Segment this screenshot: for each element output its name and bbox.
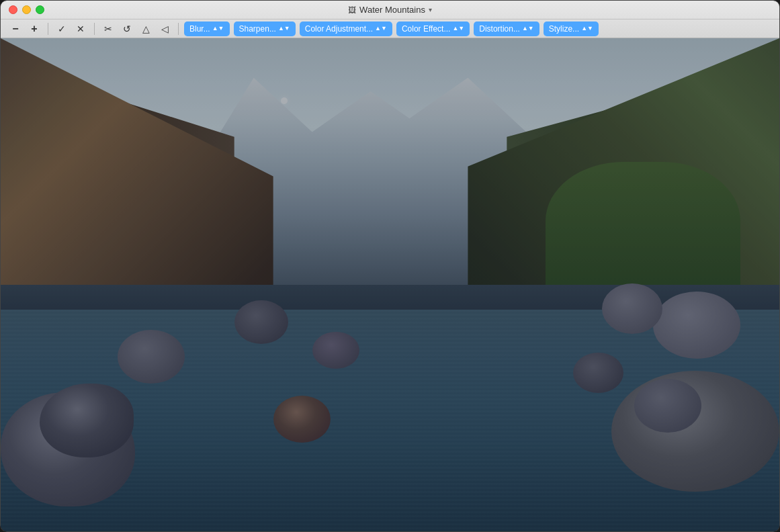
title-text: Water Mountains [359, 5, 425, 15]
blur-label: Blur... [189, 24, 210, 34]
toolbar: − + ✓ ✕ ✂ ↺ △ ◁ Blur... ▲▼ [1, 19, 779, 38]
color-adjustment-dropdown[interactable]: Color Adjustment... ▲▼ [300, 21, 392, 36]
minimize-button[interactable] [22, 5, 31, 14]
sharpen-label: Sharpen... [239, 24, 276, 34]
stylize-chevron-icon: ▲▼ [581, 26, 593, 32]
maximize-button[interactable] [36, 5, 44, 14]
edit-controls: ✓ ✕ [54, 21, 89, 36]
rock-mid-left-2 [312, 332, 359, 369]
blur-dropdown[interactable]: Blur... ▲▼ [184, 21, 230, 36]
window-title: 🖼 Water Mountains ▾ [348, 5, 432, 15]
zoom-in-button[interactable]: + [26, 21, 42, 36]
titlebar-top: 🖼 Water Mountains ▾ [1, 1, 779, 19]
separator-1 [48, 23, 48, 35]
titlebar: 🖼 Water Mountains ▾ − + ✓ ✕ ✂ ↺ [1, 1, 779, 38]
confirm-button[interactable]: ✓ [54, 21, 70, 36]
sharpen-dropdown[interactable]: Sharpen... ▲▼ [234, 21, 296, 36]
rotate-button[interactable]: ↺ [119, 21, 135, 36]
separator-3 [178, 23, 179, 35]
color-adjustment-label: Color Adjustment... [305, 24, 373, 34]
rock-front-right-2 [634, 379, 701, 433]
main-window: 🖼 Water Mountains ▾ − + ✓ ✕ ✂ ↺ [0, 0, 780, 532]
zoom-controls: − + [7, 21, 42, 36]
color-effect-chevron-icon: ▲▼ [452, 26, 464, 32]
blur-chevron-icon: ▲▼ [212, 26, 224, 32]
distortion-chevron-icon: ▲▼ [522, 26, 534, 32]
rock-front-right-1 [611, 371, 779, 492]
sharpen-chevron-icon: ▲▼ [278, 26, 290, 32]
color-effect-dropdown[interactable]: Color Effect... ▲▼ [396, 21, 470, 36]
separator-2 [94, 23, 95, 35]
distortion-label: Distortion... [479, 24, 520, 34]
cancel-button[interactable]: ✕ [73, 21, 89, 36]
rock-mid-left-1 [234, 300, 288, 344]
title-chevron-icon: ▾ [429, 6, 432, 13]
transform-controls: ✂ ↺ △ ◁ [100, 21, 173, 36]
rock-right-1 [653, 292, 740, 359]
flip-horizontal-button[interactable]: △ [138, 21, 154, 36]
stylize-dropdown[interactable]: Stylize... ▲▼ [544, 21, 599, 36]
photo-background [1, 38, 779, 531]
rock-front-left-2 [40, 384, 134, 457]
distortion-dropdown[interactable]: Distortion... ▲▼ [474, 21, 539, 36]
flip-vertical-button[interactable]: ◁ [157, 21, 173, 36]
color-effect-label: Color Effect... [402, 24, 450, 34]
close-button[interactable] [9, 5, 17, 14]
color-adjustment-chevron-icon: ▲▼ [375, 26, 387, 32]
scissors-button[interactable]: ✂ [100, 21, 116, 36]
document-icon: 🖼 [348, 5, 356, 15]
stylize-label: Stylize... [549, 24, 579, 34]
scene [1, 38, 779, 531]
zoom-out-button[interactable]: − [7, 21, 24, 36]
rock-red [273, 396, 331, 443]
traffic-lights [9, 5, 44, 14]
rock-front-left-3 [118, 330, 185, 384]
image-canvas [1, 38, 779, 531]
